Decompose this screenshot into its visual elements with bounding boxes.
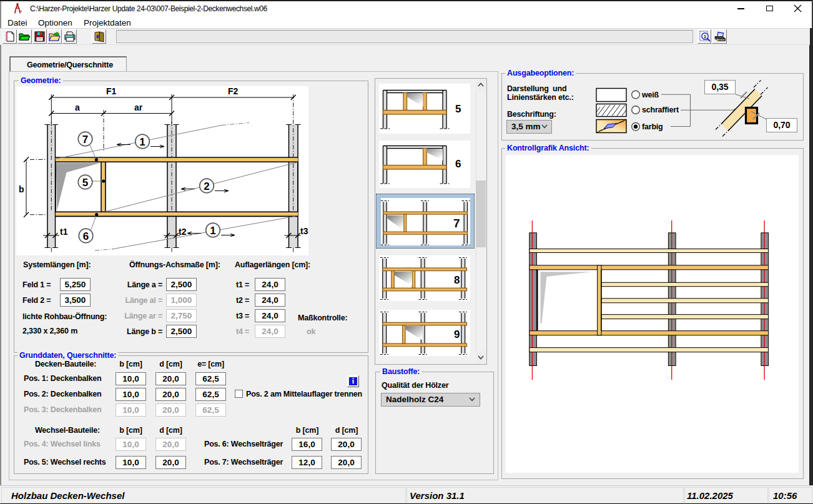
svg-text:F1: F1: [106, 86, 117, 96]
svg-text:7: 7: [82, 134, 88, 146]
svg-text:1: 1: [704, 34, 706, 39]
svg-text:2: 2: [204, 180, 209, 192]
svg-text:7: 7: [453, 217, 460, 230]
svg-text:t3: t3: [300, 226, 308, 236]
svg-text:F2: F2: [228, 86, 239, 96]
svg-text:5: 5: [455, 103, 461, 115]
svg-text:1: 1: [139, 136, 145, 148]
svg-text:5: 5: [82, 177, 88, 189]
svg-text:9: 9: [454, 329, 460, 340]
svg-text:t1: t1: [60, 227, 68, 237]
svg-text:t2: t2: [179, 227, 187, 237]
svg-text:1: 1: [210, 225, 215, 237]
svg-text:6: 6: [83, 230, 89, 242]
svg-text:a: a: [75, 102, 80, 112]
svg-text:b: b: [19, 184, 24, 194]
svg-text:6: 6: [455, 158, 461, 170]
svg-text:ar: ar: [134, 102, 143, 112]
svg-text:8: 8: [454, 274, 460, 286]
